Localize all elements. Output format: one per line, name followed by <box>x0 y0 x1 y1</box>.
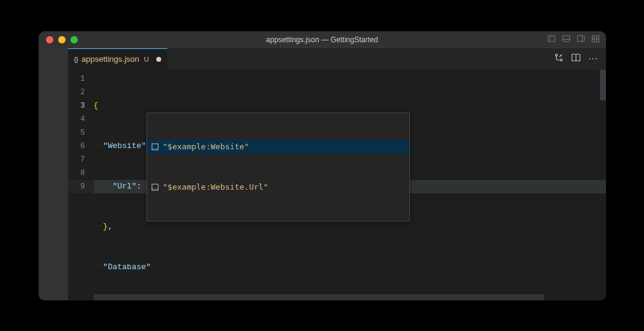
line-number: 3 <box>68 99 85 113</box>
svg-rect-0 <box>548 35 555 42</box>
suggestion-item[interactable]: "$example:Website" <box>147 140 409 154</box>
line-number: 7 <box>68 153 85 166</box>
suggestion-text: "$example:Website.Url" <box>163 180 268 194</box>
svg-rect-9 <box>596 39 599 42</box>
code-line[interactable]: ··}, <box>94 220 606 234</box>
snippet-icon <box>151 143 159 151</box>
panel-bottom-icon[interactable] <box>562 34 570 45</box>
svg-rect-4 <box>577 35 584 42</box>
line-number: 1 <box>68 72 85 86</box>
tabs-row: {} appsettings.json U ··· <box>68 48 606 70</box>
snippet-icon <box>151 183 159 192</box>
titlebar: appsettings.json — GettingStarted <box>39 31 606 48</box>
code-editor[interactable]: 1 2 3 4 5 6 7 8 9 { ··"Website": ·{ ····… <box>68 70 606 294</box>
panel-left-icon[interactable] <box>547 34 556 45</box>
code-line[interactable]: { <box>94 99 606 113</box>
line-number: 5 <box>68 126 85 139</box>
line-number: 9 <box>68 180 85 193</box>
split-editor-icon[interactable] <box>571 53 581 65</box>
editor-window: appsettings.json — GettingStarted {} app… <box>39 31 606 300</box>
traffic-lights <box>39 36 78 43</box>
activity-bar[interactable] <box>39 48 68 300</box>
editor-area: {} appsettings.json U ··· 1 2 3 4 5 <box>68 48 606 300</box>
more-actions-icon[interactable]: ··· <box>588 53 598 64</box>
unsaved-indicator-icon <box>156 57 161 62</box>
svg-rect-8 <box>592 39 594 42</box>
tab-appsettings[interactable]: {} appsettings.json U <box>68 48 167 70</box>
line-number: 2 <box>68 86 85 99</box>
code-line[interactable]: ··"Database" <box>94 261 606 274</box>
svg-point-10 <box>556 54 558 56</box>
line-gutter: 1 2 3 4 5 6 7 8 9 <box>68 70 94 294</box>
svg-rect-6 <box>592 35 594 38</box>
line-number: 4 <box>68 113 85 126</box>
layout-grid-icon[interactable] <box>591 34 600 45</box>
title-layout-controls <box>547 34 600 45</box>
minimize-window-button[interactable] <box>58 36 66 43</box>
suggestion-text: "$example:Website" <box>163 140 249 154</box>
close-window-button[interactable] <box>46 36 53 43</box>
tab-git-status: U <box>144 56 149 63</box>
tab-filename: appsettings.json <box>81 54 139 64</box>
line-number: 6 <box>68 139 85 153</box>
compare-changes-icon[interactable] <box>554 53 564 65</box>
window-title: appsettings.json — GettingStarted <box>39 35 606 44</box>
maximize-window-button[interactable] <box>70 36 78 43</box>
suggestion-item[interactable]: "$example:Website.Url" <box>147 180 409 194</box>
horizontal-scrollbar[interactable] <box>94 294 606 300</box>
code-content[interactable]: { ··"Website": ·{ ····"Url": "" ··}, ··"… <box>94 70 606 294</box>
svg-point-11 <box>561 59 563 61</box>
panel-right-icon[interactable] <box>577 34 585 45</box>
tab-actions: ··· <box>554 48 605 70</box>
suggestion-widget[interactable]: "$example:Website" "$example:Website.Url… <box>146 113 410 221</box>
json-file-icon: {} <box>74 56 78 63</box>
main-area: {} appsettings.json U ··· 1 2 3 4 5 <box>39 48 606 300</box>
line-number: 8 <box>68 166 85 180</box>
svg-rect-7 <box>596 35 599 38</box>
scrollbar-thumb[interactable] <box>94 294 545 300</box>
overview-ruler[interactable] <box>600 70 606 100</box>
svg-rect-2 <box>563 35 569 42</box>
